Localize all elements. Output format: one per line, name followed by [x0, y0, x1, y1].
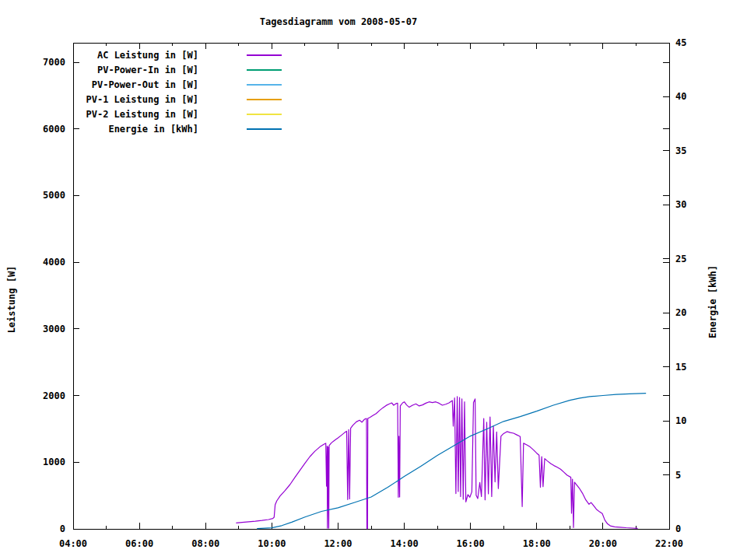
y1-tick-label: 5000 [43, 190, 65, 201]
y1-tick-label: 6000 [43, 124, 65, 135]
y2-tick-label: 5 [675, 470, 681, 481]
y2-tick-label: 10 [675, 415, 686, 426]
gnuplot-chart: Tagesdiagramm vom 2008-05-07 Leistung [W… [0, 0, 747, 560]
x-tick-label: 14:00 [390, 538, 418, 549]
legend-item-pv-2-leistung-in-w: PV-2 Leistung in [W] [86, 109, 282, 120]
y2-tick-label: 35 [675, 145, 686, 156]
x-tick-label: 04:00 [59, 538, 87, 549]
y2-tick-label: 15 [675, 362, 686, 373]
legend-label: PV-1 Leistung in [W] [86, 94, 199, 105]
legend-item-energie-in-kwh: Energie in [kWh] [108, 124, 282, 135]
y2-tick-label: 45 [675, 37, 686, 48]
legend-item-pv-power-in-in-w: PV-Power-In in [W] [97, 65, 282, 75]
x-tick-label: 06:00 [125, 538, 153, 549]
legend-label: Energie in [kWh] [108, 124, 198, 135]
x-tick-label: 12:00 [324, 538, 352, 549]
legend-item-pv-power-out-in-w: PV-Power-Out in [W] [92, 79, 282, 90]
y1-tick-label: 3000 [43, 324, 65, 334]
legend-label: PV-Power-In in [W] [97, 65, 198, 75]
x-tick-label: 16:00 [457, 538, 485, 549]
plot-area: 0100020003000400050006000700005101520253… [0, 0, 747, 560]
y2-tick-label: 0 [675, 523, 681, 534]
x-tick-label: 08:00 [191, 538, 219, 549]
y2-tick-label: 25 [675, 254, 686, 264]
series-ac-leistung-in-w-line [236, 397, 637, 529]
y2-tick-label: 40 [675, 91, 686, 102]
legend-label: PV-2 Leistung in [W] [86, 109, 199, 120]
y1-tick-label: 4000 [43, 257, 65, 268]
x-tick-label: 22:00 [655, 538, 683, 549]
y1-tick-label: 1000 [43, 457, 65, 467]
y1-tick-label: 2000 [43, 390, 65, 401]
legend-label: AC Leistung in [W] [97, 50, 198, 61]
y2-tick-label: 20 [675, 307, 686, 318]
x-tick-label: 18:00 [523, 538, 551, 549]
series-energie-in-kwh-line [257, 394, 646, 529]
legend-label: PV-Power-Out in [W] [92, 79, 198, 90]
legend-item-ac-leistung-in-w: AC Leistung in [W] [97, 50, 282, 61]
y1-tick-label: 7000 [43, 57, 65, 68]
y2-tick-label: 30 [675, 199, 686, 210]
x-tick-label: 20:00 [589, 538, 617, 549]
x-tick-label: 10:00 [258, 538, 286, 549]
legend-item-pv-1-leistung-in-w: PV-1 Leistung in [W] [86, 94, 282, 105]
y1-tick-label: 0 [60, 523, 65, 534]
